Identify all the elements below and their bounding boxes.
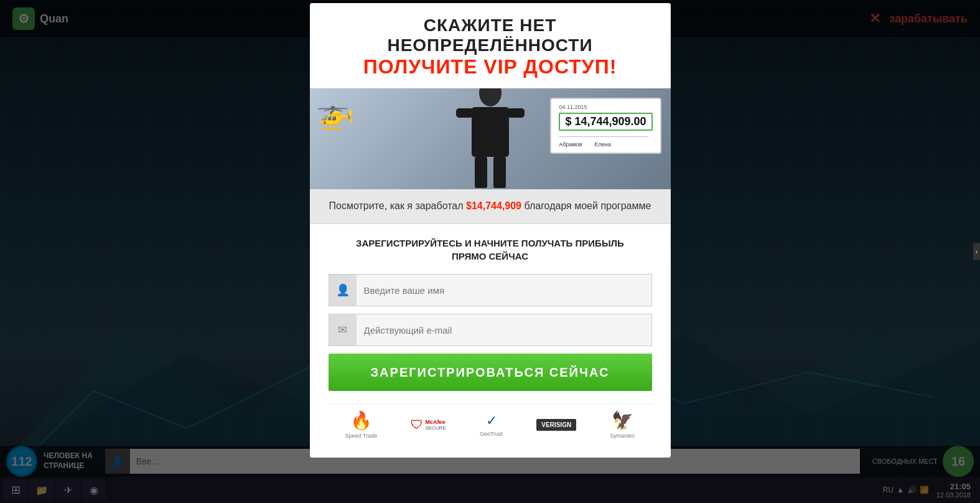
caption-after: благодаря моей программе (521, 200, 651, 211)
modal-title-line1: СКАЖИТЕ НЕТ НЕОПРЕДЕЛЁННОСТИ (329, 16, 652, 55)
modal-title-line2: ПОЛУЧИТЕ VIP ДОСТУП! (329, 55, 652, 78)
register-prompt-line1: ЗАРЕГИСТРИРУЙТЕСЬ И НАЧНИТЕ ПОЛУЧАТЬ ПРИ… (356, 238, 624, 248)
svg-rect-7 (493, 157, 506, 188)
submit-button[interactable]: ЗАРЕГИСТРИРОВАТЬСЯ СЕЙЧАС (329, 354, 652, 391)
person-figure (453, 88, 528, 189)
modal-header: СКАЖИТЕ НЕТ НЕОПРЕДЕЛЁННОСТИ ПОЛУЧИТЕ VI… (310, 3, 671, 88)
speedtrade-label: Speed Trade (345, 433, 378, 439)
modal-body: ЗАРЕГИСТРИРУЙТЕСЬ И НАЧНИТЕ ПОЛУЧАТЬ ПРИ… (310, 224, 671, 458)
modal-caption: Посмотрите, как я заработал $14,744,909 … (310, 189, 671, 224)
register-prompt-line2: ПРЯМО СЕЙЧАС (452, 251, 528, 261)
modal-dialog: СКАЖИТЕ НЕТ НЕОПРЕДЕЛЁННОСТИ ПОЛУЧИТЕ VI… (310, 3, 671, 458)
check-date: 04.11.2015 (559, 104, 652, 110)
check-to: Елена (595, 141, 611, 148)
name-input-group: 👤 (329, 274, 652, 306)
svg-rect-4 (456, 108, 474, 118)
verisign-box: VERISIGN (536, 419, 576, 431)
svg-point-2 (479, 88, 502, 106)
trust-badge-verisign: VERISIGN (536, 419, 576, 431)
email-input[interactable] (357, 314, 651, 346)
user-icon: 👤 (329, 275, 357, 306)
svg-rect-6 (475, 157, 487, 188)
caption-amount: $14,744,909 (466, 200, 521, 211)
trust-badge-geotrust: ✓ GeoTrust (480, 413, 503, 437)
symantec-label: Symantec (610, 433, 635, 439)
name-input[interactable] (357, 275, 651, 306)
register-prompt: ЗАРЕГИСТРИРУЙТЕСЬ И НАЧНИТЕ ПОЛУЧАТЬ ПРИ… (329, 237, 652, 263)
mcafee-brand: McAfee (425, 419, 446, 425)
image-background: 🚁 04.11.2015 $ 14,744, (310, 88, 671, 189)
helicopter-icon: 🚁 (316, 95, 355, 131)
geotrust-label: GeoTrust (480, 431, 503, 437)
check-from: Абрамов (559, 141, 582, 148)
svg-rect-5 (507, 108, 525, 118)
symantec-icon: 🦅 (612, 410, 633, 431)
check-names: Абрамов Елена (559, 141, 652, 148)
geotrust-check-icon: ✓ (486, 413, 497, 429)
mcafee-icon-group: 🛡 McAfee SECURE (411, 418, 446, 432)
modal-image: 🚁 04.11.2015 $ 14,744, (310, 88, 671, 189)
caption-before: Посмотрите, как я заработал (329, 200, 466, 211)
speedtrade-icon: 🔥 (350, 410, 372, 431)
mcafee-shield-icon: 🛡 (411, 418, 423, 432)
trust-badge-symantec: 🦅 Symantec (610, 410, 635, 439)
scroll-right-tab[interactable]: › (973, 243, 980, 260)
email-input-group: ✉ (329, 314, 652, 346)
trust-badges: 🔥 Speed Trade 🛡 McAfee SECURE ✓ (329, 403, 652, 445)
modal-overlay: СКАЖИТЕ НЕТ НЕОПРЕДЕЛЁННОСТИ ПОЛУЧИТЕ VI… (0, 0, 980, 503)
check-amount: $ 14,744,909.00 (559, 113, 652, 131)
check-line: —————————————————— (559, 133, 652, 139)
trust-badge-mcafee: 🛡 McAfee SECURE (411, 418, 446, 432)
mcafee-secure: SECURE (425, 425, 446, 431)
svg-rect-3 (472, 107, 509, 157)
email-icon: ✉ (329, 314, 357, 346)
mcafee-text: McAfee SECURE (425, 419, 446, 431)
trust-badge-speedtrade: 🔥 Speed Trade (345, 410, 378, 439)
check-document: 04.11.2015 $ 14,744,909.00 —————————————… (550, 98, 661, 154)
